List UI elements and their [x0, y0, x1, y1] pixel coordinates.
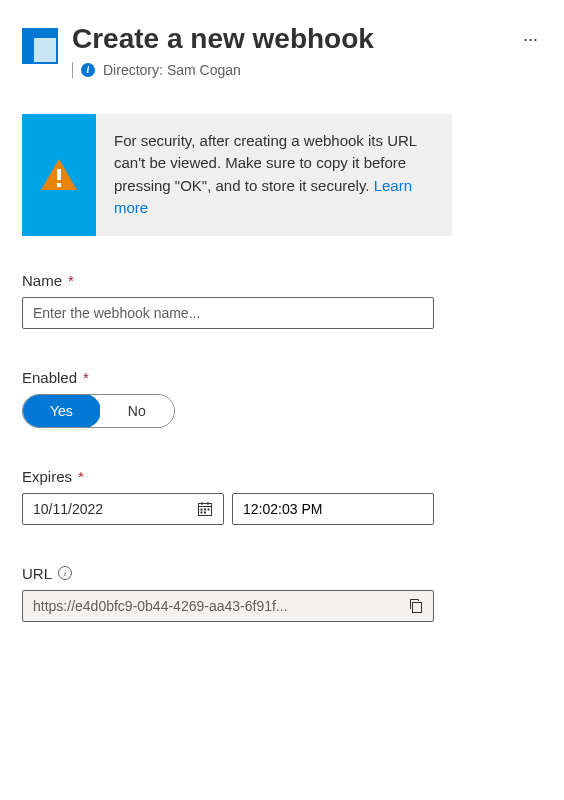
expires-time-input[interactable]: [232, 493, 434, 525]
more-actions-button[interactable]: ···: [519, 26, 542, 52]
name-input[interactable]: [22, 297, 434, 329]
required-indicator: *: [68, 272, 74, 289]
svg-rect-3: [57, 169, 61, 180]
info-icon: i: [81, 63, 95, 77]
expires-inputs: 10/11/2022: [22, 493, 434, 525]
page-title: Create a new webhook: [72, 22, 505, 56]
copy-url-button[interactable]: [398, 592, 433, 619]
enabled-toggle: Yes No: [22, 394, 175, 428]
info-icon[interactable]: i: [58, 566, 72, 580]
warning-icon-column: [22, 114, 96, 236]
expires-date-value: 10/11/2022: [33, 501, 197, 517]
svg-rect-10: [204, 508, 206, 510]
url-readonly-field: https://e4d0bfc9-0b44-4269-aa43-6f91f...: [22, 590, 434, 622]
url-field-group: URL i https://e4d0bfc9-0b44-4269-aa43-6f…: [22, 565, 542, 622]
svg-rect-2: [23, 38, 34, 63]
warning-message: For security, after creating a webhook i…: [114, 132, 417, 194]
page-subtitle: i Directory: Sam Cogan: [72, 62, 505, 78]
calendar-icon: [197, 501, 213, 517]
name-field-group: Name *: [22, 272, 542, 329]
warning-text: For security, after creating a webhook i…: [96, 114, 452, 236]
expires-label-text: Expires: [22, 468, 72, 485]
svg-rect-4: [57, 183, 61, 187]
enabled-yes-option[interactable]: Yes: [22, 394, 101, 428]
subtitle-divider: [72, 62, 73, 78]
url-label: URL i: [22, 565, 542, 582]
security-warning-banner: For security, after creating a webhook i…: [22, 114, 452, 236]
enabled-field-group: Enabled * Yes No: [22, 369, 542, 428]
webhook-resource-icon: [22, 28, 58, 64]
directory-value: Sam Cogan: [167, 62, 241, 78]
warning-triangle-icon: [39, 157, 79, 193]
svg-rect-14: [413, 603, 422, 613]
header-content: Create a new webhook i Directory: Sam Co…: [72, 22, 505, 78]
svg-rect-9: [201, 508, 203, 510]
url-value: https://e4d0bfc9-0b44-4269-aa43-6f91f...: [23, 591, 398, 621]
url-label-text: URL: [22, 565, 52, 582]
name-label-text: Name: [22, 272, 62, 289]
name-label: Name *: [22, 272, 542, 289]
svg-rect-12: [201, 511, 203, 513]
svg-rect-1: [23, 29, 57, 38]
page-header: Create a new webhook i Directory: Sam Co…: [22, 22, 542, 78]
copy-icon: [408, 598, 423, 613]
svg-rect-11: [208, 508, 210, 510]
enabled-label: Enabled *: [22, 369, 542, 386]
expires-date-input[interactable]: 10/11/2022: [22, 493, 224, 525]
svg-rect-13: [204, 511, 206, 513]
enabled-label-text: Enabled: [22, 369, 77, 386]
directory-label: Directory:: [103, 62, 163, 78]
required-indicator: *: [78, 468, 84, 485]
enabled-no-option[interactable]: No: [100, 395, 174, 427]
expires-label: Expires *: [22, 468, 542, 485]
required-indicator: *: [83, 369, 89, 386]
expires-field-group: Expires * 10/11/2022: [22, 468, 542, 525]
